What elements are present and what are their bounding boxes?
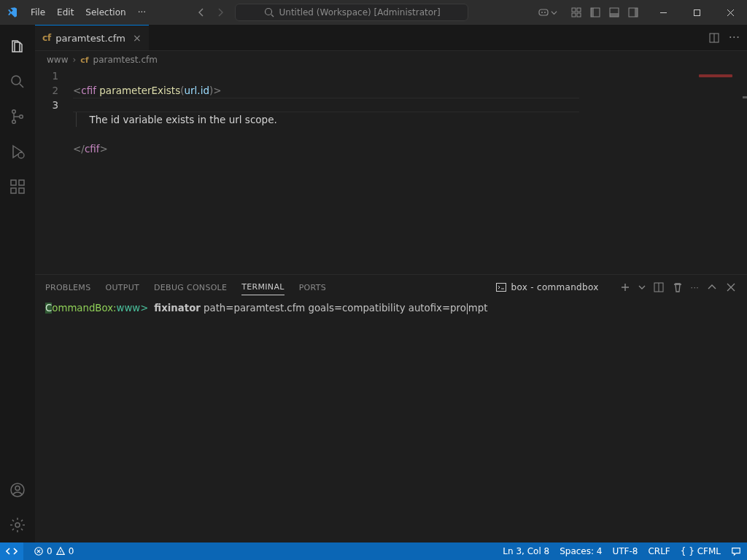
maximize-panel-icon[interactable] bbox=[706, 281, 718, 293]
split-editor-icon[interactable] bbox=[708, 32, 720, 44]
more-icon[interactable]: ··· bbox=[691, 283, 699, 292]
title-bar: File Edit Selection ··· Untitled (Worksp… bbox=[0, 0, 747, 25]
crumb-root[interactable]: www bbox=[47, 55, 68, 65]
svg-point-15 bbox=[12, 76, 20, 85]
extensions-icon[interactable] bbox=[0, 169, 35, 204]
menu-file[interactable]: File bbox=[25, 0, 51, 25]
cfml-file-icon: cf bbox=[80, 55, 88, 65]
svg-rect-4 bbox=[572, 8, 576, 12]
search-icon bbox=[263, 7, 275, 18]
terminal-icon bbox=[495, 281, 507, 293]
svg-point-0 bbox=[265, 9, 271, 15]
menu-overflow-icon[interactable]: ··· bbox=[132, 0, 152, 25]
accounts-icon[interactable] bbox=[0, 472, 35, 508]
svg-rect-23 bbox=[19, 180, 24, 185]
warning-icon bbox=[55, 546, 66, 556]
svg-rect-13 bbox=[635, 8, 638, 17]
source-control-icon[interactable] bbox=[0, 99, 35, 134]
chevron-down-icon bbox=[551, 9, 557, 16]
svg-point-2 bbox=[541, 12, 543, 13]
tab-close-icon[interactable]: × bbox=[133, 32, 142, 44]
code-editor[interactable]: 1 2 3 <cfif parameterExists(url.id)> The… bbox=[35, 69, 747, 274]
minimize-icon[interactable] bbox=[646, 0, 680, 25]
panel: PROBLEMS OUTPUT DEBUG CONSOLE TERMINAL P… bbox=[35, 274, 747, 542]
svg-rect-21 bbox=[11, 188, 16, 193]
panel-tab-bar: PROBLEMS OUTPUT DEBUG CONSOLE TERMINAL P… bbox=[35, 275, 747, 300]
minimap[interactable] bbox=[667, 69, 747, 274]
nav-forward-icon[interactable] bbox=[214, 7, 226, 18]
more-actions-icon[interactable]: ··· bbox=[729, 31, 740, 44]
tab-bar: cf paramtest.cfm × ··· bbox=[35, 25, 747, 51]
error-icon bbox=[34, 546, 44, 556]
svg-rect-11 bbox=[610, 13, 619, 17]
panel-tab-ports[interactable]: PORTS bbox=[299, 280, 326, 295]
svg-rect-22 bbox=[19, 188, 24, 193]
close-icon[interactable] bbox=[713, 0, 747, 25]
search-activity-icon[interactable] bbox=[0, 64, 35, 99]
terminal-prompt-path: www> bbox=[117, 303, 149, 314]
activity-bar bbox=[0, 25, 35, 542]
svg-rect-7 bbox=[577, 13, 581, 17]
panel-tab-debug[interactable]: DEBUG CONSOLE bbox=[154, 280, 227, 295]
nav-arrows bbox=[196, 7, 226, 18]
code-content[interactable]: <cfif parameterExists(url.id)> The id va… bbox=[73, 69, 667, 274]
panel-tab-problems[interactable]: PROBLEMS bbox=[45, 280, 90, 295]
status-language[interactable]: { } CFML bbox=[681, 546, 721, 556]
svg-point-25 bbox=[15, 486, 20, 491]
terminal-cursor-block: C bbox=[45, 303, 52, 314]
settings-gear-icon[interactable] bbox=[0, 508, 35, 542]
status-feedback-icon[interactable] bbox=[731, 546, 741, 556]
command-center[interactable]: Untitled (Workspace) [Administrator] bbox=[235, 4, 468, 21]
menu-selection[interactable]: Selection bbox=[80, 0, 131, 25]
svg-point-18 bbox=[20, 115, 23, 119]
svg-point-26 bbox=[15, 523, 20, 527]
chevron-down-icon[interactable] bbox=[638, 284, 646, 291]
tab-label: paramtest.cfm bbox=[55, 33, 125, 44]
terminal[interactable]: CommandBox:www> fixinator path=paramtest… bbox=[35, 300, 747, 542]
crumb-file[interactable]: paramtest.cfm bbox=[93, 55, 158, 65]
terminal-command: fixinator path=paramtest.cfm goals=compa… bbox=[154, 303, 487, 314]
panel-bottom-icon[interactable] bbox=[608, 7, 620, 18]
kill-terminal-icon[interactable] bbox=[672, 281, 684, 293]
layout-grid-icon[interactable] bbox=[570, 7, 582, 18]
terminal-launcher[interactable]: box - commandbox bbox=[495, 281, 599, 293]
line-gutter: 1 2 3 bbox=[35, 69, 73, 274]
split-terminal-icon[interactable] bbox=[653, 281, 665, 293]
status-spaces[interactable]: Spaces: 4 bbox=[560, 546, 602, 556]
status-eol[interactable]: CRLF bbox=[648, 546, 670, 556]
maximize-icon[interactable] bbox=[680, 0, 713, 25]
panel-left-icon[interactable] bbox=[589, 7, 601, 18]
panel-tab-output[interactable]: OUTPUT bbox=[105, 280, 139, 295]
remote-indicator-icon[interactable] bbox=[0, 542, 23, 560]
run-debug-icon[interactable] bbox=[0, 134, 35, 169]
svg-rect-9 bbox=[591, 8, 594, 17]
svg-rect-28 bbox=[496, 284, 506, 292]
svg-rect-20 bbox=[11, 180, 16, 185]
svg-rect-14 bbox=[694, 9, 700, 15]
status-ln-col[interactable]: Ln 3, Col 8 bbox=[503, 546, 549, 556]
svg-rect-1 bbox=[539, 9, 548, 15]
menu-edit[interactable]: Edit bbox=[51, 0, 80, 25]
status-problems[interactable]: 0 0 bbox=[34, 546, 74, 556]
menu-bar: File Edit Selection ··· bbox=[25, 0, 152, 25]
terminal-prompt-host: ommandBox: bbox=[52, 303, 116, 314]
close-panel-icon[interactable] bbox=[725, 281, 737, 293]
tab-paramtest[interactable]: cf paramtest.cfm × bbox=[35, 25, 149, 50]
new-terminal-icon[interactable] bbox=[619, 281, 631, 293]
explorer-icon[interactable] bbox=[0, 29, 35, 64]
panel-right-icon[interactable] bbox=[627, 7, 639, 18]
svg-point-3 bbox=[544, 12, 546, 13]
status-encoding[interactable]: UTF-8 bbox=[612, 546, 638, 556]
breadcrumb[interactable]: www › cf paramtest.cfm bbox=[35, 51, 747, 69]
svg-point-17 bbox=[12, 120, 16, 124]
panel-tab-terminal[interactable]: TERMINAL bbox=[241, 279, 284, 295]
editor-group: cf paramtest.cfm × ··· www › cf paramtes… bbox=[35, 25, 747, 542]
nav-back-icon[interactable] bbox=[196, 7, 207, 18]
vscode-logo-icon bbox=[0, 7, 25, 18]
window-controls bbox=[646, 0, 747, 25]
svg-point-19 bbox=[18, 152, 24, 158]
command-center-label: Untitled (Workspace) [Administrator] bbox=[279, 7, 441, 18]
layout-controls bbox=[570, 7, 639, 18]
copilot-icon[interactable] bbox=[538, 7, 557, 18]
status-bar: 0 0 Ln 3, Col 8 Spaces: 4 UTF-8 CRLF { }… bbox=[0, 542, 747, 560]
